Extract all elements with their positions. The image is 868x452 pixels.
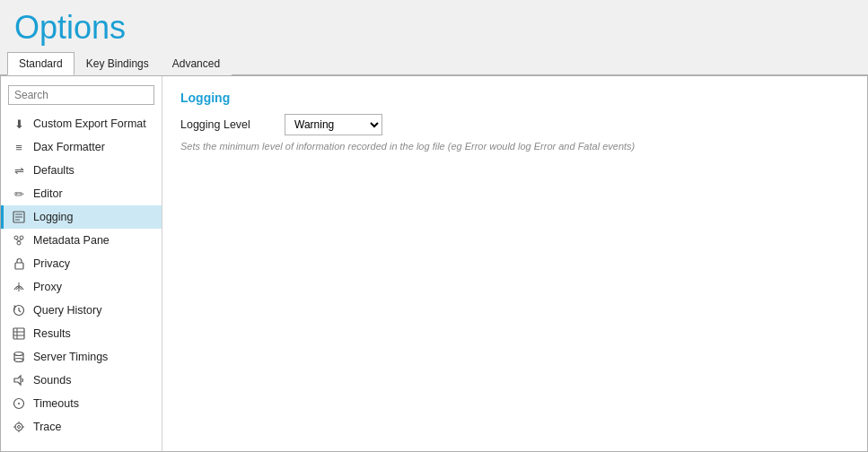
server-timings-icon: [12, 350, 26, 364]
svg-point-24: [18, 426, 21, 429]
tab-keybindings[interactable]: Key Bindings: [75, 52, 161, 75]
svg-point-23: [15, 423, 22, 430]
sidebar-label-privacy: Privacy: [33, 257, 70, 270]
results-icon: [12, 326, 26, 341]
sidebar-item-trace[interactable]: Trace: [1, 415, 162, 439]
sidebar-label-dax-formatter: Dax Formatter: [33, 141, 105, 153]
sidebar-item-server-timings[interactable]: Server Timings: [1, 345, 162, 369]
svg-point-4: [14, 236, 18, 239]
sidebar-item-logging[interactable]: Logging: [1, 205, 162, 229]
timeouts-icon: [12, 396, 26, 411]
query-history-icon: [12, 303, 26, 317]
logging-help-text: Sets the minimum level of information re…: [180, 141, 849, 152]
sidebar-label-defaults: Defaults: [33, 164, 75, 177]
sidebar-label-trace: Trace: [33, 421, 62, 433]
proxy-icon: [12, 280, 26, 294]
svg-point-19: [14, 359, 23, 362]
sidebar-label-query-history: Query History: [33, 304, 101, 317]
defaults-icon: ⇌: [12, 163, 26, 178]
section-title: Logging: [180, 91, 849, 105]
formatter-icon: ≡: [12, 140, 26, 154]
edit-icon: ✏: [12, 187, 26, 201]
sidebar-item-results[interactable]: Results: [1, 322, 162, 345]
tabs-bar: Standard Key Bindings Advanced: [0, 52, 868, 75]
svg-line-8: [19, 239, 22, 241]
sidebar-label-timeouts: Timeouts: [33, 397, 79, 410]
logging-level-select[interactable]: Trace Debug Information Warning Error Fa…: [285, 114, 382, 135]
svg-point-6: [17, 241, 21, 245]
svg-rect-9: [15, 263, 23, 269]
sidebar: ⬇ Custom Export Format ≡ Dax Formatter ⇌…: [1, 76, 162, 451]
sidebar-label-metadata-pane: Metadata Pane: [33, 234, 110, 247]
logging-level-row: Logging Level Trace Debug Information Wa…: [180, 114, 849, 135]
sidebar-item-sounds[interactable]: Sounds: [1, 369, 162, 392]
tab-advanced[interactable]: Advanced: [161, 52, 232, 75]
sidebar-item-query-history[interactable]: Query History: [1, 299, 162, 322]
sidebar-item-privacy[interactable]: Privacy: [1, 252, 162, 275]
svg-rect-12: [13, 328, 24, 339]
privacy-icon: [12, 256, 26, 271]
sidebar-item-editor[interactable]: ✏ Editor: [1, 182, 162, 205]
app-title: Options: [0, 0, 868, 52]
search-box: [8, 85, 154, 105]
sidebar-label-editor: Editor: [33, 187, 63, 200]
sidebar-item-dax-formatter[interactable]: ≡ Dax Formatter: [1, 135, 162, 159]
sounds-icon: [12, 373, 26, 387]
sidebar-item-proxy[interactable]: Proxy: [1, 275, 162, 299]
svg-line-7: [16, 239, 19, 241]
sidebar-label-server-timings: Server Timings: [33, 351, 108, 363]
sidebar-label-results: Results: [33, 327, 71, 340]
tab-standard[interactable]: Standard: [7, 52, 75, 75]
sidebar-label-sounds: Sounds: [33, 374, 71, 387]
svg-point-5: [20, 236, 23, 239]
svg-point-22: [18, 403, 20, 404]
sidebar-item-custom-export-format[interactable]: ⬇ Custom Export Format: [1, 112, 162, 135]
svg-point-16: [14, 352, 23, 356]
search-input[interactable]: [8, 85, 154, 105]
download-icon: ⬇: [12, 117, 26, 131]
main-panel: Logging Logging Level Trace Debug Inform…: [162, 76, 867, 451]
app-window: Options Standard Key Bindings Advanced ⬇…: [0, 0, 868, 452]
sidebar-label-custom-export-format: Custom Export Format: [33, 117, 146, 130]
trace-icon: [12, 420, 26, 434]
sidebar-item-defaults[interactable]: ⇌ Defaults: [1, 159, 162, 182]
sidebar-label-proxy: Proxy: [33, 281, 62, 293]
metadata-icon: [12, 233, 26, 248]
logging-level-label: Logging Level: [180, 118, 270, 131]
sidebar-item-timeouts[interactable]: Timeouts: [1, 392, 162, 415]
sidebar-label-logging: Logging: [33, 211, 74, 223]
content-area: ⬇ Custom Export Format ≡ Dax Formatter ⇌…: [0, 75, 868, 452]
sidebar-item-metadata-pane[interactable]: Metadata Pane: [1, 229, 162, 252]
svg-marker-20: [14, 376, 21, 385]
logging-icon: [12, 210, 26, 224]
